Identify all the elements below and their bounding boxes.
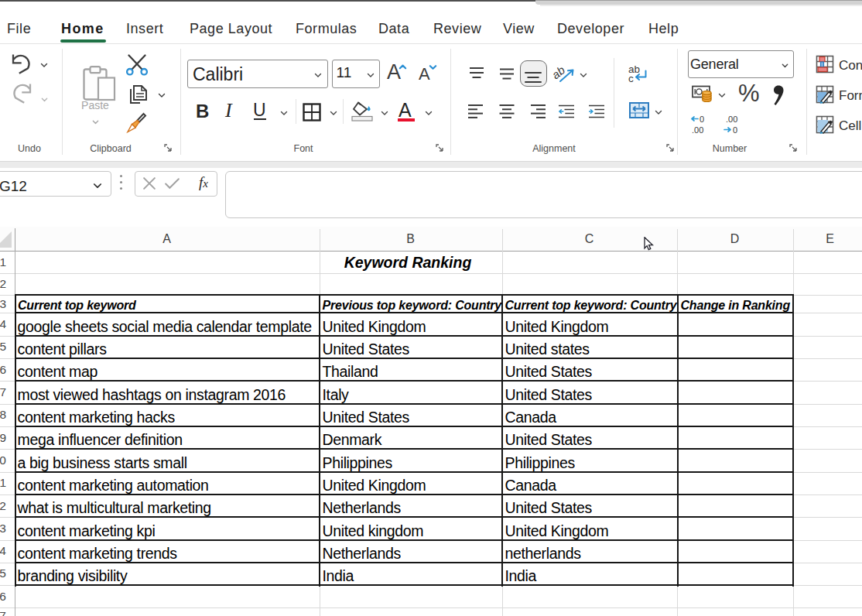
svg-text:.00: .00 bbox=[726, 115, 737, 124]
svg-text:0: 0 bbox=[700, 115, 704, 124]
svg-text:0: 0 bbox=[733, 125, 737, 135]
svg-text:c: c bbox=[628, 73, 634, 84]
svg-text:.00: .00 bbox=[692, 125, 703, 135]
